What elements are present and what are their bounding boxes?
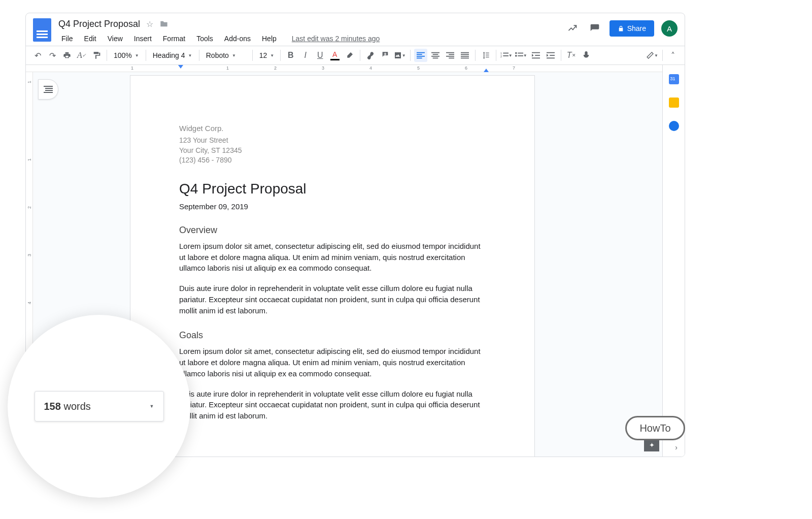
svg-rect-14 (461, 56, 469, 57)
menu-view[interactable]: View (105, 33, 126, 45)
align-center-button[interactable] (429, 49, 442, 62)
zoom-lens: 158 words ▼ (8, 315, 190, 498)
svg-rect-27 (547, 52, 555, 53)
text-color-button[interactable]: A (328, 49, 342, 62)
paint-format-button[interactable] (90, 49, 103, 62)
svg-rect-0 (417, 52, 425, 53)
activity-icon[interactable] (565, 21, 580, 36)
menu-insert[interactable]: Insert (131, 33, 155, 45)
svg-rect-12 (461, 52, 469, 53)
align-left-button[interactable] (414, 49, 427, 62)
svg-rect-9 (449, 54, 454, 55)
underline-button[interactable]: U (314, 49, 327, 62)
svg-rect-24 (532, 52, 540, 53)
align-justify-button[interactable] (458, 49, 471, 62)
voice-typing-button[interactable] (580, 49, 593, 62)
overview-paragraph-1[interactable]: Lorem ipsum dolor sit amet, consectetur … (179, 241, 486, 274)
editing-mode-button[interactable]: ▼ (646, 49, 659, 62)
svg-rect-2 (417, 56, 425, 57)
docs-logo-icon[interactable] (33, 18, 51, 42)
svg-point-20 (515, 52, 517, 54)
doc-date[interactable]: September 09, 2019 (179, 202, 486, 211)
goals-paragraph-2[interactable]: Duis aute irure dolor in reprehenderit i… (179, 388, 486, 421)
menu-help[interactable]: Help (259, 33, 280, 45)
svg-rect-15 (461, 57, 469, 58)
insert-image-button[interactable]: ▼ (393, 49, 407, 62)
svg-rect-32 (45, 88, 53, 89)
document-title[interactable]: Q4 Project Proposal (58, 19, 140, 29)
star-icon[interactable]: ☆ (145, 19, 154, 28)
side-panel: › (662, 65, 685, 457)
svg-rect-21 (518, 53, 523, 54)
menubar: File Edit View Insert Format Tools Add-o… (58, 33, 565, 45)
add-comment-button[interactable] (379, 49, 392, 62)
svg-rect-34 (44, 92, 53, 93)
svg-rect-29 (547, 57, 555, 58)
howto-watermark: HowTo (625, 416, 685, 440)
share-button[interactable]: Share (610, 20, 654, 37)
insert-link-button[interactable] (364, 49, 377, 62)
font-size-select[interactable]: 12▼ (256, 51, 277, 59)
address-line-1[interactable]: 123 Your Street (179, 136, 486, 146)
menu-addons[interactable]: Add-ons (221, 33, 254, 45)
calendar-addon-icon[interactable] (669, 74, 679, 84)
document-outline-button[interactable] (38, 79, 58, 100)
redo-button[interactable]: ↷ (46, 49, 59, 62)
heading-goals[interactable]: Goals (179, 330, 486, 341)
hide-side-panel-button[interactable]: › (675, 443, 678, 451)
document-page[interactable]: Widget Corp. 123 Your Street Your City, … (130, 75, 535, 457)
decrease-indent-button[interactable] (529, 49, 543, 62)
line-spacing-button[interactable] (479, 49, 492, 62)
doc-heading-title[interactable]: Q4 Project Proposal (179, 181, 486, 197)
horizontal-ruler[interactable]: 1 1 2 3 4 5 6 7 (26, 65, 685, 72)
clear-formatting-button[interactable]: T✕ (565, 49, 578, 62)
svg-rect-23 (518, 55, 523, 56)
comments-icon[interactable] (587, 21, 602, 36)
font-select[interactable]: Roboto▼ (203, 51, 249, 59)
svg-rect-3 (417, 57, 422, 58)
menu-file[interactable]: File (58, 33, 76, 45)
menu-edit[interactable]: Edit (81, 33, 99, 45)
menu-tools[interactable]: Tools (193, 33, 216, 45)
account-avatar[interactable]: A (661, 20, 678, 37)
svg-rect-17 (503, 53, 509, 54)
italic-button[interactable]: I (299, 49, 312, 62)
collapse-toolbar-button[interactable]: ˄ (666, 49, 680, 62)
numbered-list-button[interactable]: 12▼ (500, 49, 513, 62)
print-button[interactable] (60, 49, 74, 62)
svg-rect-4 (431, 52, 439, 53)
phone[interactable]: (123) 456 - 7890 (179, 155, 486, 166)
toolbar: ↶ ↷ A✓ 100%▼ Heading 4▼ Roboto▼ 12▼ B I … (26, 46, 685, 65)
svg-rect-13 (461, 54, 469, 55)
move-folder-icon[interactable] (159, 19, 168, 28)
heading-overview[interactable]: Overview (179, 225, 486, 236)
company-name[interactable]: Widget Corp. (179, 124, 486, 133)
titlebar: Q4 Project Proposal ☆ File Edit View Ins… (26, 13, 685, 46)
tasks-addon-icon[interactable] (669, 121, 679, 131)
bold-button[interactable]: B (284, 49, 297, 62)
svg-rect-8 (446, 52, 454, 53)
overview-paragraph-2[interactable]: Duis aute irure dolor in reprehenderit i… (179, 283, 486, 316)
undo-button[interactable]: ↶ (31, 49, 44, 62)
address-line-2[interactable]: Your City, ST 12345 (179, 146, 486, 156)
svg-rect-31 (44, 86, 53, 87)
bulleted-list-button[interactable]: ▼ (515, 49, 528, 62)
keep-addon-icon[interactable] (669, 98, 679, 108)
svg-point-22 (515, 55, 517, 57)
paragraph-style-select[interactable]: Heading 4▼ (150, 51, 195, 59)
increase-indent-button[interactable] (544, 49, 557, 62)
highlight-button[interactable] (343, 49, 356, 62)
svg-rect-11 (449, 57, 454, 58)
svg-rect-28 (550, 55, 555, 56)
spellcheck-button[interactable]: A✓ (75, 49, 88, 62)
svg-rect-7 (432, 57, 438, 58)
last-edit-link[interactable]: Last edit was 2 minutes ago (292, 35, 380, 43)
menu-format[interactable]: Format (160, 33, 188, 45)
svg-rect-33 (45, 90, 53, 91)
goals-paragraph-1[interactable]: Lorem ipsum dolor sit amet, consectetur … (179, 346, 486, 379)
indent-marker-icon[interactable] (178, 65, 183, 69)
right-indent-marker-icon[interactable] (484, 69, 489, 72)
align-right-button[interactable] (444, 49, 457, 62)
word-count-display[interactable]: 158 words ▼ (35, 391, 164, 421)
zoom-select[interactable]: 100%▼ (111, 51, 142, 59)
